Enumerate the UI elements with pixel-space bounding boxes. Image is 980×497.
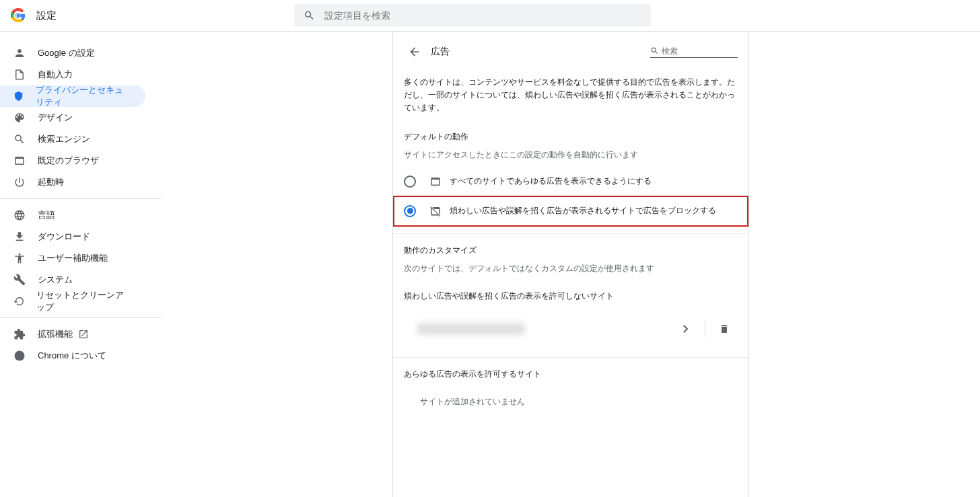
radio-label: すべてのサイトであらゆる広告を表示できるようにする: [450, 176, 652, 187]
sidebar-label: 拡張機能: [38, 328, 73, 340]
sidebar-label: Chrome について: [38, 350, 106, 362]
settings-search[interactable]: [294, 4, 651, 27]
inline-search[interactable]: [650, 46, 738, 58]
sidebar-label: 自動入力: [38, 69, 73, 81]
arrow-back-icon: [408, 45, 421, 59]
sidebar-label: デザイン: [38, 112, 73, 124]
frame-icon: [429, 176, 442, 188]
sidebar: Google の設定 自動入力 プライバシーとセキュリティ デザイン 検索エンジ…: [0, 32, 162, 497]
back-button[interactable]: [404, 41, 425, 63]
default-behavior-heading: デフォルトの動作: [404, 131, 738, 143]
default-behavior-sub: サイトにアクセスしたときにこの設定の動作を自動的に行います: [404, 149, 738, 161]
sidebar-label: 検索エンジン: [38, 133, 90, 145]
accessibility-icon: [13, 252, 26, 264]
chrome-logo-icon: [11, 8, 26, 23]
divider: [393, 357, 748, 358]
sidebar-item-accessibility[interactable]: ユーザー補助機能: [0, 247, 145, 269]
sidebar-item-default-browser[interactable]: 既定のブラウザ: [0, 150, 145, 171]
search-icon: [304, 9, 315, 22]
extension-icon: [13, 328, 26, 340]
sidebar-label: プライバシーとセキュリティ: [36, 84, 132, 108]
panel-title: 広告: [431, 46, 650, 58]
sidebar-item-system[interactable]: システム: [0, 269, 145, 291]
sidebar-label: 既定のブラウザ: [38, 155, 99, 167]
download-icon: [13, 231, 26, 243]
allow-list-heading: あらゆる広告の表示を許可するサイト: [404, 369, 738, 380]
sidebar-item-autofill[interactable]: 自動入力: [0, 64, 145, 85]
autofill-icon: [13, 69, 26, 81]
sidebar-label: ダウンロード: [38, 231, 90, 243]
sidebar-item-about[interactable]: Chrome について: [0, 345, 145, 367]
sidebar-item-language[interactable]: 言語: [0, 204, 145, 226]
content-panel: 広告 多くのサイトは、コンテンツやサービスを料金なしで提供する目的で広告を表示し…: [392, 32, 749, 497]
person-icon: [13, 47, 26, 59]
block-list-heading: 煩わしい広告や誤解を招く広告の表示を許可しないサイト: [404, 291, 738, 302]
site-details-button[interactable]: [672, 315, 699, 342]
radio-unchecked-icon: [404, 176, 416, 188]
trash-icon: [719, 323, 730, 334]
svg-point-4: [15, 351, 25, 361]
wrench-icon: [13, 274, 26, 286]
sidebar-item-google[interactable]: Google の設定: [0, 42, 145, 64]
empty-message: サイトが追加されていません: [404, 387, 738, 417]
sidebar-item-startup[interactable]: 起動時: [0, 171, 145, 193]
sidebar-label: Google の設定: [38, 47, 95, 59]
sidebar-item-reset[interactable]: リセットとクリーンアップ: [0, 291, 145, 312]
sidebar-label: ユーザー補助機能: [38, 252, 108, 264]
header-title: 設定: [36, 9, 57, 22]
sidebar-item-privacy[interactable]: プライバシーとセキュリティ: [0, 85, 145, 107]
sidebar-item-download[interactable]: ダウンロード: [0, 226, 145, 247]
chrome-icon: [13, 350, 26, 362]
radio-block-intrusive[interactable]: 煩わしい広告や誤解を招く広告が表示されるサイトで広告をブロックする: [393, 196, 748, 227]
svg-point-3: [16, 13, 20, 17]
sidebar-label: 起動時: [38, 176, 64, 188]
frame-off-icon: [429, 205, 442, 217]
divider: [393, 233, 748, 234]
divider: [705, 320, 705, 338]
sidebar-label: 言語: [38, 209, 55, 221]
sidebar-label: システム: [38, 274, 73, 286]
radio-label: 煩わしい広告や誤解を招く広告が表示されるサイトで広告をブロックする: [450, 205, 716, 217]
sidebar-item-design[interactable]: デザイン: [0, 107, 145, 128]
sidebar-item-search-engine[interactable]: 検索エンジン: [0, 128, 145, 150]
palette-icon: [13, 112, 26, 124]
shield-icon: [13, 90, 24, 102]
search-icon: [650, 46, 659, 56]
inline-search-input[interactable]: [662, 46, 738, 56]
settings-search-input[interactable]: [324, 10, 641, 21]
radio-allow-all[interactable]: すべてのサイトであらゆる広告を表示できるようにする: [404, 167, 738, 196]
blocked-site-row: [404, 311, 738, 346]
browser-icon: [13, 155, 26, 167]
restore-icon: [13, 295, 24, 307]
radio-checked-icon: [404, 205, 416, 217]
launch-icon: [78, 329, 89, 340]
custom-behavior-heading: 動作のカスタマイズ: [404, 245, 738, 256]
sidebar-item-extensions[interactable]: 拡張機能: [0, 323, 145, 345]
custom-behavior-sub: 次のサイトでは、デフォルトではなくカスタムの設定が使用されます: [404, 263, 738, 274]
search-icon: [13, 133, 26, 145]
power-icon: [13, 176, 26, 188]
blurred-site-name: [417, 323, 525, 335]
chevron-right-icon: [683, 325, 689, 333]
sidebar-label: リセットとクリーンアップ: [36, 289, 132, 313]
globe-icon: [13, 209, 26, 221]
site-delete-button[interactable]: [711, 315, 738, 342]
description-text: 多くのサイトは、コンテンツやサービスを料金なしで提供する目的で広告を表示します。…: [404, 76, 738, 115]
